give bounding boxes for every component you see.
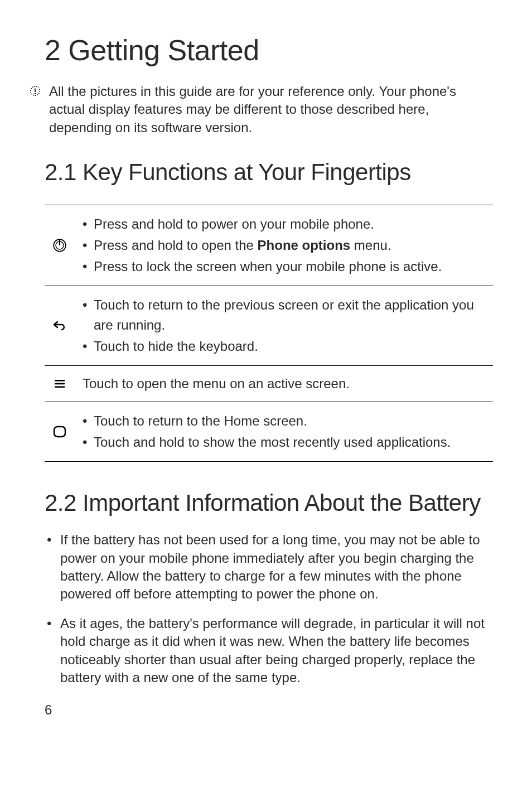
list-item: Touch to return to the Home screen. — [83, 411, 451, 431]
key-functions-table: Press and hold to power on your mobile p… — [45, 205, 493, 462]
table-row: Press and hold to power on your mobile p… — [45, 205, 493, 286]
list-item: If the battery has not been used for a l… — [45, 531, 493, 603]
power-icon — [45, 238, 70, 253]
section-heading-key-functions: 2.1 Key Functions at Your Fingertips — [45, 159, 493, 186]
back-icon — [45, 319, 70, 332]
battery-info-list: If the battery has not been used for a l… — [45, 531, 493, 687]
home-icon — [45, 424, 70, 439]
page-number: 6 — [45, 702, 493, 718]
list-item: Press and hold to power on your mobile p… — [83, 214, 442, 234]
menu-icon — [45, 379, 70, 389]
power-description: Press and hold to power on your mobile p… — [83, 213, 442, 278]
list-item: Touch and hold to show the most recently… — [83, 432, 451, 452]
list-item: Press to lock the screen when your mobil… — [83, 257, 442, 277]
svg-rect-5 — [55, 380, 65, 381]
table-row: Touch to return to the Home screen. Touc… — [45, 402, 493, 462]
svg-rect-0 — [35, 88, 36, 91]
alert-icon — [29, 85, 41, 99]
page-title: 2 Getting Started — [45, 33, 493, 67]
section-heading-battery: 2.2 Important Information About the Batt… — [45, 490, 493, 516]
svg-rect-7 — [55, 387, 65, 388]
menu-description: Touch to open the menu on an active scre… — [83, 374, 350, 394]
svg-rect-6 — [55, 383, 65, 385]
back-description: Touch to return to the previous screen o… — [83, 294, 493, 358]
svg-rect-8 — [54, 427, 65, 437]
list-item: Touch to hide the keyboard. — [83, 336, 493, 356]
table-row: Touch to open the menu on an active scre… — [45, 366, 493, 402]
list-item: Touch to return to the previous screen o… — [83, 295, 493, 335]
info-note: All the pictures in this guide are for y… — [29, 83, 493, 137]
list-item: Touch to open the menu on an active scre… — [83, 374, 350, 394]
table-row: Touch to return to the previous screen o… — [45, 286, 493, 366]
home-description: Touch to return to the Home screen. Touc… — [83, 410, 451, 453]
list-item: As it ages, the battery's performance wi… — [45, 615, 493, 687]
info-note-text: All the pictures in this guide are for y… — [49, 83, 493, 137]
svg-point-1 — [35, 93, 36, 94]
list-item: Press and hold to open the Phone options… — [83, 235, 442, 255]
